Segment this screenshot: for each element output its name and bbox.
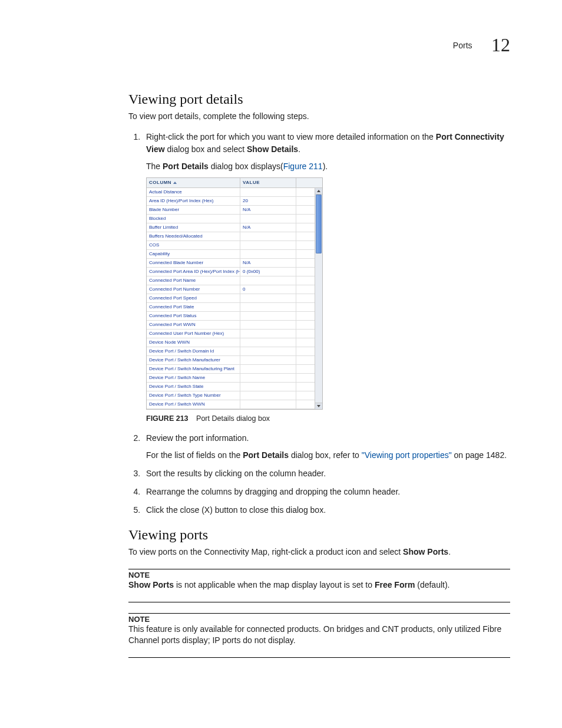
column-header-column[interactable]: COLUMN [147,178,240,187]
section-title-viewing-port-details: Viewing port details [52,91,510,107]
row-property-name: Area ID (Hex)/Port Index (Hex) [147,197,240,205]
row-property-value [240,330,296,338]
step1-sub-a: The [146,162,163,171]
table-row[interactable]: Connected Port Number0 [147,285,315,294]
step1-text-a: Right-click the port for which you want … [146,132,436,141]
row-spacer [296,276,315,285]
table-row[interactable]: Connected Port WWN [147,321,315,330]
note1-c: Free Form [375,580,415,589]
table-row[interactable]: Device Port / Switch WWN [147,400,315,409]
table-row[interactable]: Connected Port Area ID (Hex)/Port Index … [147,268,315,276]
row-spacer [296,250,315,258]
scroll-thumb[interactable] [316,195,322,253]
row-property-value: N/A [240,259,296,267]
table-row[interactable]: Device Node WWN [147,338,315,347]
chevron-down-icon [317,405,320,407]
table-row[interactable]: Device Port / Switch Name [147,374,315,383]
note1-a: Show Ports [128,580,174,589]
row-property-value [240,356,296,364]
row-property-name: Connected Port Name [147,276,240,285]
step1-sub-d: ). [323,162,328,171]
row-spacer [296,223,315,232]
step1-bold-show-details: Show Details [247,144,298,154]
table-row[interactable]: Connected Port Speed [147,294,315,303]
step-1: Right-click the port for which you want … [143,131,510,424]
row-property-name: Device Port / Switch State [147,383,240,391]
viewing-ports-lead: To view ports on the Connectivity Map, r… [128,546,510,558]
row-property-value [240,303,296,311]
step-3: Sort the results by clicking on the colu… [143,467,510,480]
table-row[interactable]: Connected User Port Number (Hex) [147,330,315,338]
table-row[interactable]: Connected Port Status [147,312,315,321]
scroll-down-button[interactable] [315,403,322,409]
row-property-value [240,241,296,249]
column-header-spacer [296,178,322,187]
scroll-track[interactable] [315,195,322,403]
step1-sub-c: dialog box displays( [209,162,283,171]
row-property-name: Buffer Limited [147,223,240,232]
table-row[interactable]: Device Port / Switch State [147,383,315,391]
table-row[interactable]: Buffer LimitedN/A [147,223,315,232]
table-row[interactable]: COS [147,241,315,250]
port-details-dialog-figure: COLUMN VALUE Actual DistanceArea ID (Hex… [146,177,323,410]
viewing-port-properties-link[interactable]: "Viewing port properties" [362,450,452,460]
row-spacer [296,197,315,205]
row-property-value [240,365,296,373]
column-header-label: COLUMN [149,179,171,186]
row-property-name: Device Port / Switch Manufacturing Plant [147,365,240,373]
row-spacer [296,338,315,347]
table-row[interactable]: Connected Port State [147,303,315,312]
row-spacer [296,188,315,196]
step2-sub-b: Port Details [243,450,289,460]
row-property-value: 20 [240,197,296,205]
row-spacer [296,259,315,267]
table-row[interactable]: Connected Blade NumberN/A [147,259,315,268]
row-property-name: Buffers Needed/Allocated [147,232,240,241]
row-property-name: Connected Port Status [147,312,240,320]
table-row[interactable]: Blade NumberN/A [147,206,315,215]
step-4: Rearrange the columns by dragging and dr… [143,486,510,498]
table-row[interactable]: Buffers Needed/Allocated [147,232,315,241]
page-header: Ports 12 [52,34,510,56]
row-spacer [296,232,315,241]
row-property-value: 0 [240,285,296,294]
row-property-name: Device Port / Switch Type Number [147,391,240,400]
table-row[interactable]: Device Port / Switch Domain Id [147,347,315,356]
note-label-1: NOTE [128,571,510,579]
figure-scrollbar[interactable] [315,188,322,409]
page: Ports 12 Viewing port details To view po… [0,0,562,728]
row-property-value: 0 (0x00) [240,268,296,276]
step2-sub-a: For the list of fields on the [146,450,243,460]
figure-caption: FIGURE 213 Port Details dialog box [146,413,510,424]
row-property-name: Blocked [147,215,240,223]
note-divider-1 [128,569,510,569]
row-spacer [296,268,315,276]
row-property-value [240,383,296,391]
table-row[interactable]: Actual Distance [147,188,315,197]
row-spacer [296,365,315,373]
sort-ascending-icon [173,182,177,184]
row-property-name: Device Port / Switch Domain Id [147,347,240,355]
row-property-value [240,188,296,196]
note-label-2: NOTE [128,615,510,624]
table-row[interactable]: Device Port / Switch Manufacturer [147,356,315,365]
scroll-up-button[interactable] [315,188,322,195]
figure-rows: Actual DistanceArea ID (Hex)/Port Index … [147,188,315,409]
column-header-value[interactable]: VALUE [240,178,296,187]
table-row[interactable]: Blocked [147,215,315,223]
note-divider-2b [128,657,510,658]
row-property-name: Connected Port State [147,303,240,311]
note-divider-1b [128,602,510,602]
row-spacer [296,374,315,382]
chevron-up-icon [317,190,320,192]
chapter-number: 12 [491,34,510,55]
table-row[interactable]: Capability [147,250,315,259]
figure-211-link[interactable]: Figure 211 [283,162,323,171]
row-property-value [240,215,296,223]
row-property-value [240,232,296,241]
table-row[interactable]: Connected Port Name [147,276,315,285]
table-row[interactable]: Area ID (Hex)/Port Index (Hex)20 [147,197,315,206]
table-row[interactable]: Device Port / Switch Type Number [147,391,315,400]
table-row[interactable]: Device Port / Switch Manufacturing Plant [147,365,315,374]
vp-lead-c: . [448,547,451,556]
